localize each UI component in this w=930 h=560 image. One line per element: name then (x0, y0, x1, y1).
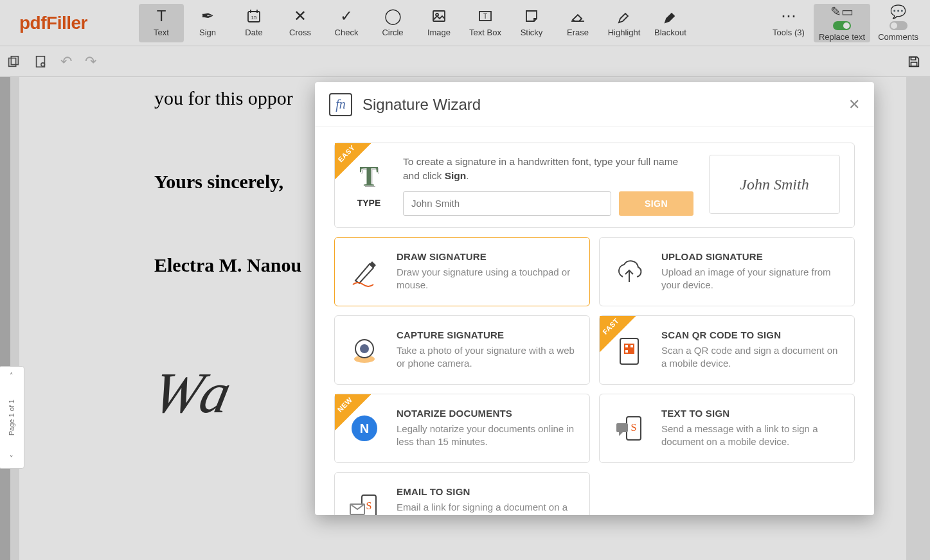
camera-icon (344, 333, 385, 367)
text-to-sign-card[interactable]: S TEXT TO SIGN Send a message with a lin… (599, 394, 855, 463)
type-label: TYPE (357, 198, 381, 208)
page-up-icon[interactable]: ˄ (10, 372, 13, 380)
signature-wizard-icon: fn (329, 93, 352, 116)
scan-qr-card[interactable]: FAST SCAN QR CODE TO SIGN Scan a QR code… (599, 315, 855, 385)
card-title: EMAIL TO SIGN (397, 486, 578, 497)
page-number-label: Page 1 of 1 (8, 399, 15, 435)
capture-signature-card[interactable]: CAPTURE SIGNATURE Take a photo of your s… (334, 315, 590, 385)
cloud-upload-icon (609, 255, 650, 288)
card-title: UPLOAD SIGNATURE (661, 251, 843, 262)
card-desc: Send a message with a link to sign a doc… (661, 423, 843, 449)
svg-point-18 (360, 344, 369, 353)
card-desc: Draw your signature using a touchpad or … (397, 266, 578, 292)
card-title: DRAW SIGNATURE (397, 251, 578, 262)
easy-badge: EASY (335, 143, 371, 179)
fast-badge: FAST (600, 316, 636, 352)
modal-body: EASY T TYPE To create a signature in a h… (315, 127, 874, 515)
page-indicator[interactable]: ˄ Page 1 of 1 ˅ (0, 366, 24, 469)
svg-rect-28 (616, 423, 628, 432)
modal-title: Signature Wizard (362, 96, 481, 114)
signature-wizard-modal: fn Signature Wizard ✕ EASY T TYPE To cre… (315, 82, 874, 515)
notarize-card[interactable]: NEW N NOTARIZE DOCUMENTS Legally notariz… (334, 394, 590, 463)
page-down-icon[interactable]: ˅ (10, 455, 13, 463)
upload-signature-card[interactable]: UPLOAD SIGNATURE Upload an image of your… (599, 237, 855, 306)
close-icon[interactable]: ✕ (848, 96, 860, 113)
signature-preview: John Smith (709, 155, 840, 214)
svg-text:S: S (366, 500, 372, 511)
draw-signature-card[interactable]: DRAW SIGNATURE Draw your signature using… (334, 237, 590, 306)
card-desc: Take a photo of your signature with a we… (397, 344, 578, 371)
sign-button[interactable]: SIGN (619, 191, 693, 216)
new-badge: NEW (335, 394, 371, 430)
card-title: SCAN QR CODE TO SIGN (661, 329, 843, 340)
email-sign-icon: S (344, 490, 385, 515)
card-title: CAPTURE SIGNATURE (397, 329, 578, 340)
card-desc: Email a link for signing a document on a… (397, 501, 578, 515)
signature-name-input[interactable] (403, 191, 611, 216)
svg-text:S: S (631, 422, 637, 433)
card-desc: Scan a QR code and sign a document on a … (661, 344, 843, 371)
card-desc: Upload an image of your signature from y… (661, 266, 843, 292)
type-description: To create a signature in a handwritten f… (403, 155, 693, 184)
modal-header: fn Signature Wizard ✕ (315, 82, 874, 127)
card-desc: Legally notarize your documents online i… (397, 423, 578, 449)
pen-icon (344, 255, 385, 288)
card-title: NOTARIZE DOCUMENTS (397, 408, 578, 419)
type-signature-card: EASY T TYPE To create a signature in a h… (334, 143, 855, 228)
email-to-sign-card[interactable]: S EMAIL TO SIGN Email a link for signing… (334, 472, 590, 515)
text-message-icon: S (609, 412, 650, 445)
card-title: TEXT TO SIGN (661, 408, 843, 419)
